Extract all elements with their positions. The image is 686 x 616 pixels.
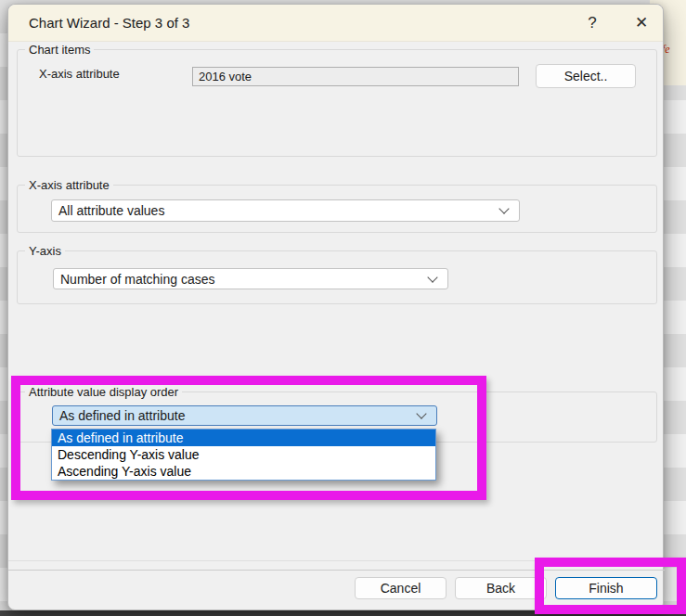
yaxis-dropdown[interactable]: Number of matching cases bbox=[53, 268, 448, 289]
annotation-rect-display-order bbox=[11, 376, 486, 500]
select-button[interactable]: Select.. bbox=[536, 64, 636, 88]
dialog-titlebar: Chart Wizard - Step 3 of 3 ? ✕ bbox=[8, 5, 663, 42]
xaxis-values-dropdown[interactable]: All attribute values bbox=[51, 199, 520, 222]
chevron-down-icon bbox=[498, 203, 509, 213]
yaxis-group: Y-axis Number of matching cases bbox=[17, 250, 657, 304]
dialog-title: Chart Wizard - Step 3 of 3 bbox=[29, 5, 189, 42]
xaxis-attribute-field-label: X-axis attribute bbox=[39, 67, 120, 81]
annotation-rect-finish bbox=[535, 558, 686, 614]
xaxis-attribute-group-label: X-axis attribute bbox=[25, 178, 113, 192]
cancel-button[interactable]: Cancel bbox=[355, 577, 447, 599]
chart-wizard-dialog: Chart Wizard - Step 3 of 3 ? ✕ Chart ite… bbox=[7, 4, 664, 610]
yaxis-dropdown-value: Number of matching cases bbox=[60, 269, 215, 289]
xaxis-values-dropdown-value: All attribute values bbox=[58, 200, 164, 221]
background-partial-text: fe bbox=[662, 43, 686, 57]
chart-items-group: Chart items X-axis attribute 2016 vote S… bbox=[17, 49, 657, 157]
help-button[interactable]: ? bbox=[579, 10, 605, 36]
back-button[interactable]: Back bbox=[455, 577, 547, 599]
xaxis-attribute-field[interactable]: 2016 vote bbox=[192, 67, 519, 86]
chevron-down-icon bbox=[427, 272, 437, 282]
xaxis-attribute-group: X-axis attribute All attribute values bbox=[17, 185, 657, 233]
chart-items-group-label: Chart items bbox=[25, 43, 94, 57]
close-icon[interactable]: ✕ bbox=[628, 10, 654, 36]
yaxis-group-label: Y-axis bbox=[25, 244, 65, 258]
